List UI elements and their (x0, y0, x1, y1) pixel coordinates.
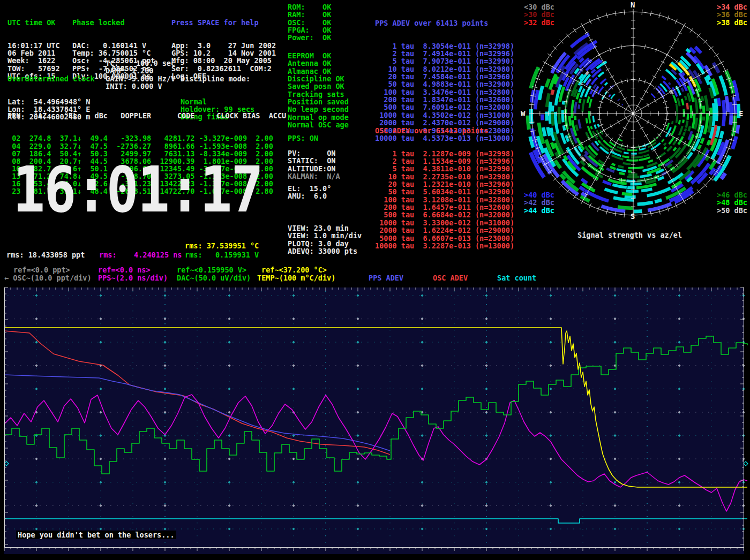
polar-signal-arc (563, 101, 564, 105)
polar-signal-arc (612, 164, 616, 165)
polar-signal-arc (631, 156, 643, 157)
dbc-legend-entry: <30 dBc (524, 3, 554, 11)
polar-signal-arc (610, 167, 616, 169)
osc-adev-row: 10 tau 2.2735e-010 (n=32980) (375, 173, 514, 180)
compass-west: W (521, 109, 525, 118)
polar-signal-arc (638, 202, 653, 205)
utc-line: 06 Feb 2011 (8, 49, 60, 57)
polar-signal-arc (623, 163, 631, 164)
polar-signal-arc (683, 120, 684, 123)
pps-adev-row: 10 tau 8.0212e-011 (n=32980) (375, 65, 514, 73)
polar-signal-arc (546, 112, 547, 121)
polar-signal-arc (695, 98, 697, 114)
utc-status-header: UTC time OK (8, 19, 60, 26)
polar-signal-arc (688, 93, 690, 101)
polar-signal-arc (579, 119, 580, 128)
polar-signal-arc (720, 76, 726, 96)
polar-center-dot (632, 112, 634, 115)
polar-signal-arc (685, 96, 686, 100)
polar-signal-arc (676, 104, 677, 112)
polar-signal-arc (576, 125, 578, 131)
big-digital-clock: 16:01:17 (13, 158, 262, 222)
polar-signal-arc (691, 105, 692, 118)
polar-signal-arc (690, 48, 695, 53)
polar-signal-arc (695, 47, 701, 53)
polar-signal-arc (601, 79, 606, 84)
view-line: VIEW: 1.0 min/div (288, 232, 362, 239)
polar-signal-arc (575, 102, 576, 113)
status-message: Hope you didn't bet on the losers... (16, 531, 176, 539)
polar-signal-arc (566, 135, 568, 142)
polar-signal-arc (639, 150, 649, 154)
hw-status-line: RAM: OK (288, 11, 331, 18)
hw-status-line: FPGA: OK (288, 26, 331, 34)
receiver-flag: Position saved (288, 98, 349, 105)
polar-signal-arc (731, 115, 731, 125)
polar-signal-arc (580, 187, 584, 190)
pps-scale-label: PPS~(2.0 ns/div) (98, 274, 168, 282)
receiver-flag: Almanac OK (288, 67, 349, 75)
polar-signal-arc (595, 125, 596, 128)
polar-signal-arc (693, 114, 694, 128)
polar-signal-arc (598, 87, 603, 94)
polar-signal-arc (710, 161, 716, 169)
polar-signal-arc (631, 184, 642, 184)
polar-signal-arc (627, 150, 638, 150)
polar-signal-arc (552, 142, 554, 149)
help-hint: Press SPACE for help (171, 19, 276, 26)
dac-ref-label: ref~<0.159950 V> (177, 266, 246, 274)
polar-signal-arc (552, 112, 553, 126)
polar-signal-arc (688, 113, 688, 120)
polar-signal-arc (639, 148, 646, 150)
polar-signal-arc (562, 110, 563, 122)
polar-signal-arc (603, 181, 611, 185)
oscillator-line: DAC: 0.160141 V (72, 42, 155, 49)
dbc-legend-bottom-left: >40 dBc>42 dBc>44 dBc (524, 191, 554, 214)
kalman-state: KALMAN: N/A (288, 172, 340, 180)
dbc-legend-top-right: >34 dBc>36 dBc>38 dBc (717, 3, 747, 26)
polar-signal-arc (575, 116, 576, 120)
osc-adev-row: 1 tau 2.1287e-009 (n=32998) (375, 150, 514, 157)
pps-ref-label: ref=<0.0 ns> (98, 266, 151, 274)
rms-dac: rms: 0.159931 V (185, 251, 259, 259)
polar-signal-arc (666, 123, 669, 130)
polar-signal-arc (569, 116, 571, 126)
polar-signal-arc (572, 100, 574, 118)
polar-signal-arc (564, 125, 565, 130)
polar-signal-arc (559, 107, 559, 124)
receiver-flag: Antenna OK (288, 59, 349, 67)
polar-signal-arc (617, 169, 626, 171)
polar-signal-arc (531, 67, 538, 89)
osc-adev-row: 2 tau 1.1534e-009 (n=32996) (375, 157, 514, 165)
dbc-legend-entry: >48 dBc (717, 199, 747, 206)
polar-signal-arc (626, 191, 639, 192)
pps-adev-row: 20 tau 7.4584e-011 (n=32960) (375, 73, 514, 80)
polar-signal-arc (535, 90, 538, 109)
receiver-flag: No leap second (288, 105, 349, 113)
polar-plot-title: Signal strength vs az/el (578, 231, 682, 239)
polar-signal-arc (723, 100, 724, 126)
phase-locked-header: Phase locked (72, 19, 155, 26)
polar-signal-arc (677, 112, 678, 123)
dbc-legend-top-left: <30 dBc>30 dBc>32 dBc (524, 3, 554, 26)
dbc-legend-entry: >38 dBc (717, 19, 747, 26)
receiver-flag: Normal OSC age (288, 121, 349, 128)
polar-signal-arc (589, 99, 591, 108)
pps-adev-row: 2 tau 7.4914e-011 (n=32996) (375, 50, 514, 57)
polar-signal-arc (605, 189, 618, 193)
polar-signal-arc (669, 82, 670, 85)
dbc-legend-entry: >44 dBc (524, 207, 554, 214)
hardware-status-block: ROM: OKRAM: OKOSC: OKFPGA: OKPower: OK (288, 3, 331, 42)
receiver-flag: Normal op mode (288, 113, 349, 121)
dbc-legend-entry: >34 dBc (717, 3, 747, 11)
polar-signal-arc (622, 156, 629, 157)
polar-signal-arc (681, 88, 683, 92)
polar-signal-arc (664, 143, 666, 145)
dbc-legend-entry: >50 dBc (717, 207, 747, 214)
polar-signal-arc (673, 148, 676, 151)
polar-signal-arc (588, 97, 590, 103)
discipline-header: Discipline mode: (181, 75, 254, 82)
polar-signal-arc (644, 155, 649, 156)
polar-signal-arc (590, 90, 592, 94)
polar-signal-arc (593, 116, 594, 123)
